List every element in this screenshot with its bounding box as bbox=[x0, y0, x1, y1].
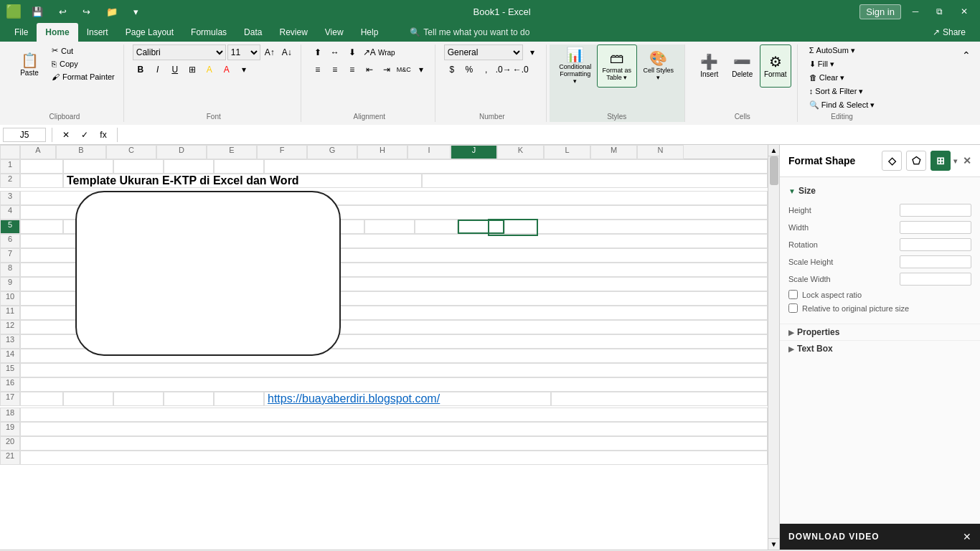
cell-c17[interactable] bbox=[113, 392, 164, 406]
effects-icon-btn[interactable]: ⬠ bbox=[906, 151, 926, 171]
cell-d17[interactable] bbox=[164, 392, 214, 406]
number-format-select[interactable]: General bbox=[444, 44, 523, 60]
bold-button[interactable]: B bbox=[133, 62, 149, 77]
cell-i5[interactable] bbox=[415, 220, 458, 234]
cell-e1[interactable] bbox=[214, 159, 264, 174]
find-select-button[interactable]: 🔍 Find & Select ▾ bbox=[806, 99, 878, 111]
merge-center-button[interactable]: M&C bbox=[396, 62, 412, 77]
align-top-button[interactable]: ⬆ bbox=[310, 44, 326, 60]
increase-font-button[interactable]: A↑ bbox=[262, 44, 278, 60]
tab-insert[interactable]: Insert bbox=[78, 23, 117, 42]
wrap-text-button[interactable]: Wrap bbox=[379, 44, 395, 60]
delete-button[interactable]: ➖ Delete bbox=[727, 44, 758, 88]
fill-color-button[interactable]: A bbox=[202, 62, 217, 77]
insert-button[interactable]: ➕ Insert bbox=[694, 44, 725, 88]
number-dropdown-button[interactable]: ▾ bbox=[524, 44, 540, 60]
tab-page-layout[interactable]: Page Layout bbox=[117, 23, 182, 42]
col-g[interactable]: G bbox=[307, 145, 357, 159]
tab-review[interactable]: Review bbox=[270, 23, 316, 42]
size-properties-icon-btn[interactable]: ⊞ bbox=[930, 151, 951, 171]
properties-section[interactable]: ▶ Properties bbox=[780, 324, 980, 340]
fill-shape-icon-btn[interactable]: ◇ bbox=[882, 151, 902, 171]
sign-in-button[interactable]: Sign in bbox=[859, 4, 901, 19]
confirm-formula-button[interactable]: ✓ bbox=[77, 127, 93, 143]
col-b[interactable]: B bbox=[56, 145, 106, 159]
align-middle-button[interactable]: ↔ bbox=[327, 44, 343, 60]
cell-rest2[interactable] bbox=[422, 174, 768, 188]
sort-filter-button[interactable]: ↕ Sort & Filter ▾ bbox=[806, 85, 867, 98]
borders-button[interactable]: ⊞ bbox=[184, 62, 200, 77]
align-bottom-button[interactable]: ⬇ bbox=[344, 44, 360, 60]
col-h[interactable]: H bbox=[357, 145, 407, 159]
cell-k5[interactable] bbox=[504, 220, 768, 234]
close-button[interactable]: ✕ bbox=[954, 1, 974, 22]
save-button[interactable]: 💾 bbox=[26, 5, 49, 19]
font-size-select[interactable]: 11 bbox=[227, 44, 260, 60]
close-download-button[interactable]: ✕ bbox=[963, 531, 971, 542]
decrease-decimal-button[interactable]: ←.0 bbox=[513, 62, 529, 77]
textbox-section[interactable]: ▶ Text Box bbox=[780, 340, 980, 357]
tab-view[interactable]: View bbox=[316, 23, 352, 42]
decrease-font-button[interactable]: A↓ bbox=[279, 44, 295, 60]
lock-aspect-checkbox[interactable] bbox=[788, 290, 798, 299]
tab-help[interactable]: Help bbox=[352, 23, 387, 42]
scale-width-input[interactable] bbox=[900, 273, 971, 286]
tab-data[interactable]: Data bbox=[235, 23, 270, 42]
formula-input[interactable] bbox=[123, 128, 977, 141]
tell-me[interactable]: 🔍 Tell me what you want to do bbox=[401, 23, 538, 42]
format-cells-button[interactable]: ⚙ Format bbox=[760, 44, 791, 88]
width-input[interactable] bbox=[900, 221, 971, 234]
cell-a2[interactable] bbox=[20, 174, 63, 188]
redo-button[interactable]: ↪ bbox=[77, 5, 96, 19]
cell-styles-button[interactable]: 🎨 Cell Styles ▾ bbox=[639, 44, 679, 88]
cell-b2[interactable]: Template Ukuran E-KTP di Excel dan Word bbox=[63, 174, 422, 188]
tab-formulas[interactable]: Formulas bbox=[182, 23, 235, 42]
insert-function-button[interactable]: fx bbox=[95, 127, 111, 143]
col-e[interactable]: E bbox=[207, 145, 257, 159]
format-painter-button[interactable]: 🖌 Format Painter bbox=[49, 71, 118, 83]
font-dropdown-button[interactable]: ▾ bbox=[236, 62, 252, 77]
cell-h5[interactable] bbox=[364, 220, 415, 234]
cell-e17[interactable] bbox=[214, 392, 264, 406]
font-color-button[interactable]: A bbox=[219, 62, 235, 77]
paste-button[interactable]: 📋 Paste bbox=[11, 44, 47, 85]
scroll-thumb[interactable] bbox=[770, 156, 778, 185]
tab-file[interactable]: File bbox=[6, 23, 37, 42]
percent-button[interactable]: % bbox=[461, 62, 477, 77]
fill-button[interactable]: ⬇ Fill ▾ bbox=[806, 58, 837, 70]
height-input[interactable] bbox=[900, 204, 971, 217]
cell-a17[interactable] bbox=[20, 392, 63, 406]
clear-button[interactable]: 🗑 Clear ▾ bbox=[806, 72, 847, 84]
tab-home[interactable]: Home bbox=[37, 23, 77, 42]
cut-button[interactable]: ✂ Cut bbox=[49, 44, 118, 57]
format-as-table-button[interactable]: 🗃 Format as Table ▾ bbox=[597, 44, 637, 88]
col-j[interactable]: J bbox=[451, 145, 497, 159]
small-rectangle-shape[interactable] bbox=[488, 219, 538, 236]
col-d[interactable]: D bbox=[156, 145, 207, 159]
font-name-select[interactable]: Calibri bbox=[133, 44, 226, 60]
scale-height-input[interactable] bbox=[900, 255, 971, 268]
cell-d1[interactable] bbox=[164, 159, 214, 174]
cell-b1[interactable] bbox=[63, 159, 113, 174]
align-center-button[interactable]: ≡ bbox=[327, 62, 343, 77]
align-right-button[interactable]: ≡ bbox=[344, 62, 360, 77]
customize-qat-button[interactable]: ▾ bbox=[128, 5, 144, 19]
undo-button[interactable]: ↩ bbox=[53, 5, 72, 19]
relative-original-label[interactable]: Relative to original picture size bbox=[802, 304, 909, 313]
col-m[interactable]: M bbox=[590, 145, 637, 159]
increase-decimal-button[interactable]: .0→ bbox=[496, 62, 512, 77]
col-f[interactable]: F bbox=[257, 145, 307, 159]
italic-button[interactable]: I bbox=[150, 62, 166, 77]
spreadsheet[interactable]: A B C D E F G H I J K L M N 1 bbox=[0, 145, 768, 550]
cell-a1[interactable] bbox=[20, 159, 63, 174]
col-a[interactable]: A bbox=[20, 145, 56, 159]
merge-dropdown-button[interactable]: ▾ bbox=[413, 62, 429, 77]
rotation-input[interactable] bbox=[900, 238, 971, 251]
orient-text-button[interactable]: ↗A bbox=[362, 44, 377, 60]
scroll-up-button[interactable]: ▲ bbox=[768, 145, 780, 156]
cell-link[interactable]: https://buayaberdiri.blogspot.com/ bbox=[264, 392, 551, 406]
scroll-track[interactable] bbox=[768, 156, 780, 538]
share-button[interactable]: ↗ Share bbox=[924, 23, 974, 42]
col-l[interactable]: L bbox=[544, 145, 590, 159]
col-n[interactable]: N bbox=[637, 145, 684, 159]
